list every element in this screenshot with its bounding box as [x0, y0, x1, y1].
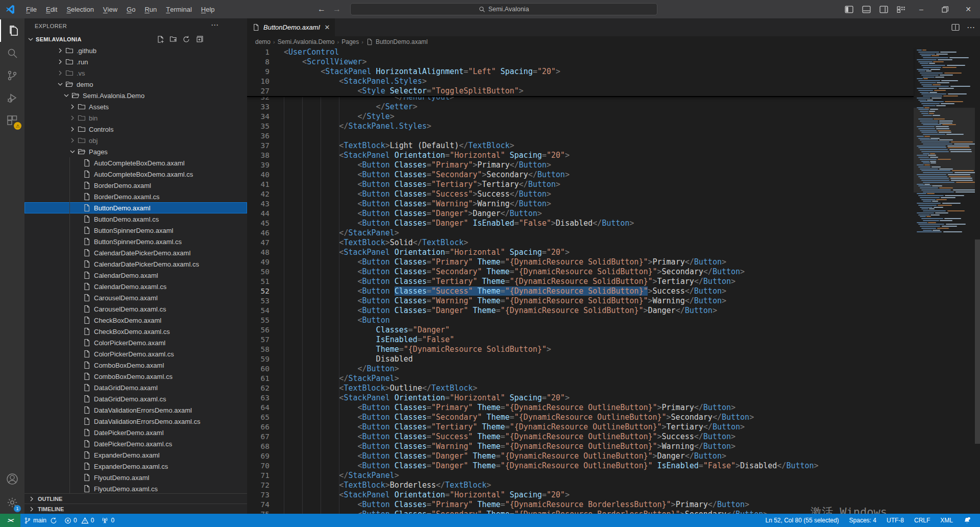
tree-file-comboboxdemo.axaml.cs[interactable]: ComboBoxDemo.axaml.cs — [24, 371, 247, 382]
menu-go[interactable]: Go — [122, 0, 140, 18]
tree-file-calendardemo.axaml[interactable]: CalendarDemo.axaml — [24, 270, 247, 281]
menu-terminal[interactable]: Terminal — [161, 0, 197, 18]
tree-file-comboboxdemo.axaml[interactable]: ComboBoxDemo.axaml — [24, 360, 247, 371]
activity-extensions[interactable]: ⚠ — [0, 109, 24, 132]
tree-folder-obj[interactable]: obj — [24, 135, 247, 146]
language-mode-status[interactable]: XML — [935, 517, 958, 524]
tree-file-borderdemo.axaml[interactable]: BorderDemo.axaml — [24, 180, 247, 191]
menu-file[interactable]: File — [21, 0, 41, 18]
activity-settings[interactable]: 1 — [0, 491, 24, 514]
tree-file-expanderdemo.axaml.cs[interactable]: ExpanderDemo.axaml.cs — [24, 461, 247, 472]
tree-file-carouseldemo.axaml.cs[interactable]: CarouselDemo.axaml.cs — [24, 303, 247, 315]
line-number: 34 — [247, 112, 270, 122]
tree-file-datavalidationerrorsdemo.axaml.cs[interactable]: DataValidationErrorsDemo.axaml.cs — [24, 416, 247, 427]
command-center-search[interactable]: Semi.Avalonia — [350, 3, 657, 15]
activity-run-and-debug[interactable] — [0, 87, 24, 109]
tree-file-buttonspinnerdemo.axaml[interactable]: ButtonSpinnerDemo.axaml — [24, 225, 247, 236]
menu-run[interactable]: Run — [140, 0, 161, 18]
tree-folder-assets[interactable]: Assets — [24, 101, 247, 112]
tree-folder-.vs[interactable]: .vs — [24, 67, 247, 79]
toggle-secondary-sidebar-icon[interactable] — [875, 0, 892, 18]
minimize-button[interactable]: – — [910, 0, 933, 18]
tab-close-icon[interactable]: ✕ — [325, 23, 330, 31]
tree-file-buttondemo.axaml.cs[interactable]: ButtonDemo.axaml.cs — [24, 213, 247, 225]
tree-file-colorpickerdemo.axaml.cs[interactable]: ColorPickerDemo.axaml.cs — [24, 348, 247, 360]
timeline-section[interactable]: TIMELINE — [24, 504, 247, 514]
ports-status[interactable]: 0 — [97, 514, 118, 527]
menu-edit[interactable]: Edit — [41, 0, 62, 18]
tree-file-autocompleteboxdemo.axaml.cs[interactable]: AutoCompleteBoxDemo.axaml.cs — [24, 169, 247, 180]
split-editor-icon[interactable] — [951, 23, 960, 31]
git-branch-status[interactable]: main — [20, 514, 61, 527]
tree-file-datepickerdemo.axaml[interactable]: DatePickerDemo.axaml — [24, 427, 247, 438]
activity-search[interactable] — [0, 42, 24, 64]
remote-indicator[interactable]: >< — [0, 514, 20, 527]
cursor-position-status[interactable]: Ln 52, Col 80 (55 selected) — [761, 517, 844, 524]
back-arrow-icon[interactable]: ← — [317, 5, 326, 14]
toggle-panel-icon[interactable] — [857, 0, 875, 18]
activity-accounts[interactable] — [0, 468, 24, 490]
notifications-bell-icon[interactable] — [958, 517, 976, 524]
problems-status[interactable]: 0 0 — [61, 514, 97, 527]
tree-folder-bin[interactable]: bin — [24, 112, 247, 124]
activity-explorer[interactable] — [0, 19, 26, 42]
close-window-button[interactable]: ✕ — [957, 0, 980, 18]
customize-layout-icon[interactable] — [892, 0, 910, 18]
toggle-sidebar-icon[interactable] — [840, 0, 857, 18]
tree-file-checkboxdemo.axaml[interactable]: CheckBoxDemo.axaml — [24, 315, 247, 326]
code-editor[interactable]: 32</MenuFlyout>33</Setter>34</Style>35</… — [247, 47, 980, 514]
tree-file-calendardatepickerdemo.axaml[interactable]: CalendarDatePickerDemo.axaml — [24, 247, 247, 258]
tree-file-carouseldemo.axaml[interactable]: CarouselDemo.axaml — [24, 292, 247, 303]
tree-file-autocompleteboxdemo.axaml[interactable]: AutoCompleteBoxDemo.axaml — [24, 157, 247, 169]
tree-file-datepickerdemo.axaml.cs[interactable]: DatePickerDemo.axaml.cs — [24, 438, 247, 449]
indentation-status[interactable]: Spaces: 4 — [844, 517, 881, 524]
workspace-section-header[interactable]: SEMI.AVALONIA — [24, 34, 247, 45]
breadcrumb-item[interactable]: demo — [255, 38, 271, 45]
vertical-scrollbar[interactable] — [975, 239, 980, 444]
tree-folder-controls[interactable]: Controls — [24, 124, 247, 135]
minimap-line — [940, 52, 956, 53]
menu-view[interactable]: View — [99, 0, 122, 18]
minimap[interactable] — [914, 47, 975, 514]
tree-file-calendardatepickerdemo.axaml.cs[interactable]: CalendarDatePickerDemo.axaml.cs — [24, 258, 247, 270]
tree-file-buttondemo.axaml[interactable]: ButtonDemo.axaml — [24, 202, 247, 213]
tree-folder-.github[interactable]: .github — [24, 45, 247, 56]
encoding-status[interactable]: UTF-8 — [881, 517, 909, 524]
tree-file-datagriddemo.axaml[interactable]: DataGridDemo.axaml — [24, 382, 247, 393]
tree-folder-.run[interactable]: .run — [24, 56, 247, 67]
eol-status[interactable]: CRLF — [909, 517, 935, 524]
tree-file-flyoutdemo.axaml[interactable]: FlyoutDemo.axaml — [24, 472, 247, 483]
new-file-icon[interactable] — [157, 35, 165, 43]
activity-source-control[interactable] — [0, 64, 24, 87]
tree-file-expanderdemo.axaml[interactable]: ExpanderDemo.axaml — [24, 449, 247, 461]
new-folder-icon[interactable] — [169, 35, 178, 43]
outline-section[interactable]: OUTLINE — [24, 493, 247, 504]
menu-help[interactable]: Help — [197, 0, 219, 18]
menu-selection[interactable]: Selection — [62, 0, 98, 18]
tree-folder-semi.avalonia.demo[interactable]: Semi.Avalonia.Demo — [24, 90, 247, 101]
tab-buttondemo[interactable]: ButtonDemo.axaml ✕ — [247, 18, 335, 36]
tree-file-calendardemo.axaml.cs[interactable]: CalendarDemo.axaml.cs — [24, 281, 247, 292]
tree-folder-pages[interactable]: Pages — [24, 146, 247, 157]
more-actions-icon[interactable]: ⋯ — [967, 22, 975, 32]
restore-button[interactable] — [933, 0, 957, 18]
tree-file-borderdemo.axaml.cs[interactable]: BorderDemo.axaml.cs — [24, 191, 247, 202]
breadcrumb-item[interactable]: ButtonDemo.axaml — [376, 38, 428, 45]
tree-file-checkboxdemo.axaml.cs[interactable]: CheckBoxDemo.axaml.cs — [24, 326, 247, 337]
breadcrumb-item[interactable]: Semi.Avalonia.Demo — [278, 38, 335, 45]
tree-file-buttonspinnerdemo.axaml.cs[interactable]: ButtonSpinnerDemo.axaml.cs — [24, 236, 247, 247]
tree-file-colorpickerdemo.axaml[interactable]: ColorPickerDemo.axaml — [24, 337, 247, 348]
tree-item-label: CarouselDemo.axaml.cs — [94, 305, 166, 313]
breadcrumb-item[interactable]: Pages — [341, 38, 359, 45]
refresh-icon[interactable] — [182, 35, 190, 43]
tree-folder-demo[interactable]: demo — [24, 79, 247, 90]
tree-file-datagriddemo.axaml.cs[interactable]: DataGridDemo.axaml.cs — [24, 393, 247, 404]
line-number: 50 — [247, 267, 270, 277]
tree-file-flyoutdemo.axaml.cs[interactable]: FlyoutDemo.axaml.cs — [24, 483, 247, 494]
line-content: </Style> — [357, 112, 394, 122]
forward-arrow-icon[interactable]: → — [333, 5, 341, 14]
tree-file-datavalidationerrorsdemo.axaml[interactable]: DataValidationErrorsDemo.axaml — [24, 404, 247, 416]
collapse-all-icon[interactable] — [195, 35, 203, 43]
chevron-right-icon — [56, 69, 64, 77]
explorer-more-actions-icon[interactable]: ⋯ — [211, 20, 218, 30]
